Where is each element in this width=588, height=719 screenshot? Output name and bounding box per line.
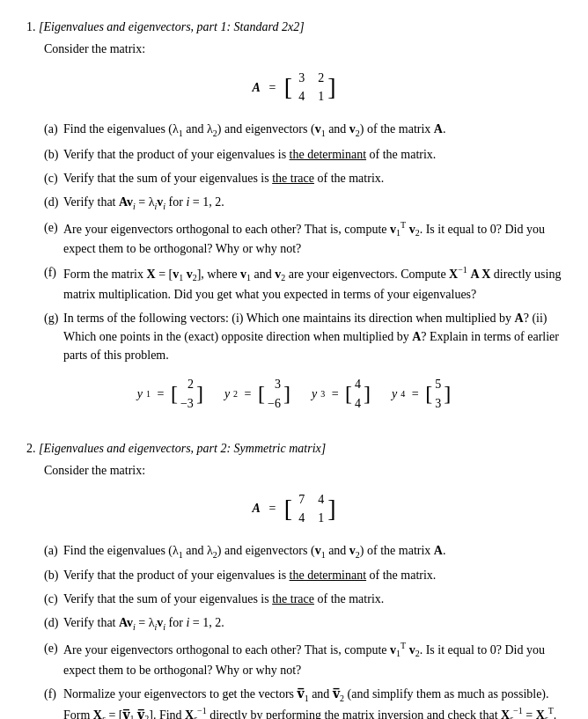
part-e-text-2: Are your eigenvectors orthogonal to each… xyxy=(63,639,562,679)
problem-1-parts: (a) Find the eigenvalues (λ1 and λ2) and… xyxy=(44,120,562,364)
problem-2: 2. [Eigenvalues and eigenvectors, part 2… xyxy=(26,439,562,720)
part-f-label-2: (f) xyxy=(44,685,63,703)
matrix-bracket-1: [ 3 2 4 1 ] xyxy=(284,67,336,107)
matrix-cell-2-0-0: 7 xyxy=(296,490,305,509)
vec-y1-label: y xyxy=(137,385,143,403)
problem-1-number: 1. xyxy=(26,20,36,33)
part-b-label-1: (b) xyxy=(44,145,63,164)
problem-2-consider: Consider the matrix: xyxy=(44,461,562,480)
equals-sign-1: = xyxy=(266,78,279,97)
problem-1-title: 1. [Eigenvalues and eigenvectors, part 1… xyxy=(26,18,562,36)
matrix-bracket-2: [ 7 4 4 1 ] xyxy=(284,488,336,529)
vec-y2: y2 = [ 3 −6 ] xyxy=(224,375,290,413)
part-c-text-1: Verify that the sum of your eigenvalues … xyxy=(63,169,562,187)
vec-y1-matrix: [ 2 −3 ] xyxy=(171,375,203,413)
vec-y3: y3 = [ 4 4 ] xyxy=(312,375,371,413)
vec-y4: y4 = [ 5 3 ] xyxy=(392,375,451,413)
problem-1-vectors-row: y1 = [ 2 −3 ] y2 = [ 3 −6 ] xyxy=(26,375,562,413)
vec-y2-rb: ] xyxy=(283,383,290,404)
part-f-text-2: Normalize your eigenvectors to get the v… xyxy=(63,685,562,719)
matrix-cell-1-0-0: 3 xyxy=(296,69,305,87)
problem-1-part-f: (f) Form the matrix X = [v1 v2], where v… xyxy=(44,263,562,303)
left-bracket-1: [ xyxy=(284,67,292,107)
part-f-text-1: Form the matrix X = [v1 v2], where v1 an… xyxy=(63,263,562,303)
problem-2-part-b: (b) Verify that the product of your eige… xyxy=(44,566,562,584)
vec-y2-cell-0: 3 xyxy=(268,375,281,393)
vec-y2-cells: 3 −6 xyxy=(265,375,283,413)
problem-2-part-f: (f) Normalize your eigenvectors to get t… xyxy=(44,685,562,719)
part-b-text-2: Verify that the product of your eigenval… xyxy=(63,566,562,584)
problem-2-part-a: (a) Find the eigenvalues (λ1 and λ2) and… xyxy=(44,541,562,561)
vec-y4-label: y xyxy=(392,385,397,403)
part-c-label-2: (c) xyxy=(44,590,63,608)
vec-y4-lb: [ xyxy=(425,383,432,404)
problem-1: 1. [Eigenvalues and eigenvectors, part 1… xyxy=(26,18,562,413)
problem-1-matrix-display: A = [ 3 2 4 1 ] xyxy=(26,67,562,107)
problem-2-part-e: (e) Are your eigenvectors orthogonal to … xyxy=(44,639,562,679)
part-e-text-1: Are your eigenvectors orthogonal to each… xyxy=(63,218,562,258)
part-g-text-1: In terms of the following vectors: (i) W… xyxy=(63,309,562,364)
part-d-text-2: Verify that Avi = λivi for i = 1, 2. xyxy=(63,613,562,634)
vec-y2-label: y xyxy=(224,385,230,403)
right-bracket-1: ] xyxy=(327,67,335,107)
vec-y1-eq: = xyxy=(154,385,167,403)
part-b-label-2: (b) xyxy=(44,566,63,584)
vec-y3-cells: 4 4 xyxy=(352,375,364,413)
problem-2-matrix-eq: A = [ 7 4 4 1 ] xyxy=(253,488,336,529)
matrix-label-2: A xyxy=(253,499,261,517)
problem-1-part-a: (a) Find the eigenvalues (λ1 and λ2) and… xyxy=(44,120,562,140)
part-e-label-1: (e) xyxy=(44,218,63,237)
problem-1-part-c: (c) Verify that the sum of your eigenval… xyxy=(44,169,562,187)
part-e-label-2: (e) xyxy=(44,639,63,657)
problem-2-title: 2. [Eigenvalues and eigenvectors, part 2… xyxy=(26,439,562,458)
vec-y1-cells: 2 −3 xyxy=(178,375,196,413)
vec-y2-cell-1: −6 xyxy=(268,394,281,413)
problem-1-matrix-eq: A = [ 3 2 4 1 ] xyxy=(253,67,336,107)
part-d-label-1: (d) xyxy=(44,193,63,211)
vec-y3-matrix: [ 4 4 ] xyxy=(345,375,371,413)
vec-y3-rb: ] xyxy=(364,383,371,404)
matrix-cells-2: 7 4 4 1 xyxy=(292,488,327,529)
vec-y1-cell-0: 2 xyxy=(180,375,194,393)
problem-1-part-e: (e) Are your eigenvectors orthogonal to … xyxy=(44,218,562,258)
vec-y2-lb: [ xyxy=(258,383,265,404)
part-a-label-1: (a) xyxy=(44,120,63,138)
vec-y3-cell-1: 4 xyxy=(355,394,361,413)
vec-y2-sub: 2 xyxy=(233,387,238,400)
part-a-text-1: Find the eigenvalues (λ1 and λ2) and eig… xyxy=(63,120,562,140)
matrix-cell-2-0-1: 4 xyxy=(315,490,324,509)
vec-y4-cells: 5 3 xyxy=(432,375,444,413)
matrix-cell-1-1-1: 1 xyxy=(315,87,324,106)
equals-sign-2: = xyxy=(266,499,279,517)
problem-1-consider: Consider the matrix: xyxy=(44,40,562,58)
vec-y3-cell-0: 4 xyxy=(355,375,361,393)
matrix-cell-1-1-0: 4 xyxy=(296,87,305,106)
vec-y1-sub: 1 xyxy=(146,387,151,400)
vec-y4-sub: 4 xyxy=(401,387,405,400)
vec-y1-lb: [ xyxy=(171,383,178,404)
problem-2-matrix-display: A = [ 7 4 4 1 ] xyxy=(26,488,562,529)
part-a-label-2: (a) xyxy=(44,541,63,560)
left-bracket-2: [ xyxy=(284,488,292,529)
vec-y4-rb: ] xyxy=(444,383,451,404)
vec-y4-cell-1: 3 xyxy=(435,394,441,413)
vec-y1-cell-1: −3 xyxy=(180,394,194,413)
part-g-label-1: (g) xyxy=(44,309,63,327)
matrix-cells-1: 3 2 4 1 xyxy=(292,67,327,107)
vec-y4-matrix: [ 5 3 ] xyxy=(425,375,451,413)
problem-1-heading: [Eigenvalues and eigenvectors, part 1: S… xyxy=(39,20,305,33)
vec-y4-eq: = xyxy=(408,385,422,403)
part-b-text-1: Verify that the product of your eigenval… xyxy=(63,145,562,164)
problem-1-part-b: (b) Verify that the product of your eige… xyxy=(44,145,562,164)
part-c-text-2: Verify that the sum of your eigenvalues … xyxy=(63,590,562,608)
problem-2-heading: [Eigenvalues and eigenvectors, part 2: S… xyxy=(39,442,326,455)
matrix-cell-2-1-1: 1 xyxy=(315,509,324,527)
part-f-label-1: (f) xyxy=(44,263,63,282)
problem-1-part-d: (d) Verify that Avi = λivi for i = 1, 2. xyxy=(44,193,562,213)
matrix-cell-2-1-0: 4 xyxy=(296,509,305,527)
problem-2-part-c: (c) Verify that the sum of your eigenval… xyxy=(44,590,562,608)
part-c-label-1: (c) xyxy=(44,169,63,187)
vec-y1-rb: ] xyxy=(196,383,203,404)
matrix-label-1: A xyxy=(253,78,261,97)
vec-y1: y1 = [ 2 −3 ] xyxy=(137,375,203,413)
